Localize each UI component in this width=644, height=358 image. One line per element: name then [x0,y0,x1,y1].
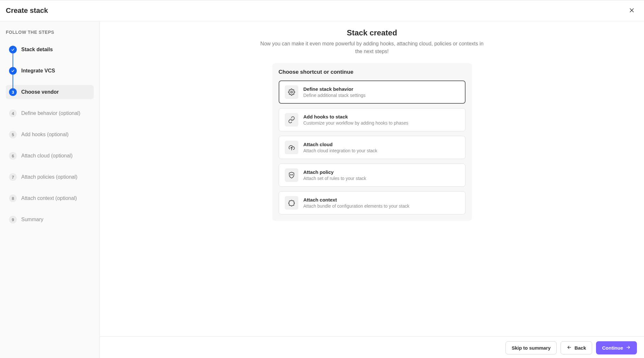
close-icon [629,7,635,14]
step-label: Stack details [21,46,53,53]
step-number-badge: 3 [9,88,17,96]
link-icon [285,113,298,127]
option-attach-cloud[interactable]: Attach cloud Attach cloud integration to… [279,136,466,159]
step-item-stack-details[interactable]: Stack details [6,42,94,57]
option-desc: Define additional stack settings [303,93,366,98]
step-label: Summary [21,216,43,223]
close-button[interactable] [627,5,637,16]
step-number-badge: 6 [9,152,17,160]
button-label: Back [574,345,586,351]
step-label: Attach context (optional) [21,194,77,202]
step-label: Choose vendor [21,88,59,96]
option-attach-context[interactable]: Attach context Attach bundle of configur… [279,191,466,214]
continue-button[interactable]: Continue [596,341,637,354]
step-item-add-hooks[interactable]: 5 Add hooks (optional) [6,127,94,142]
page-title: Create stack [6,6,48,15]
option-desc: Attach cloud integration to your stack [303,148,378,153]
step-number-badge: 8 [9,194,17,202]
main-area: Stack created Now you can make it even m… [100,21,644,358]
cloud-upload-icon [285,141,298,154]
svg-point-2 [291,91,293,93]
step-number-badge: 7 [9,173,17,181]
option-add-hooks[interactable]: Add hooks to stack Customize your workfl… [279,108,466,131]
shortcut-panel: Choose shortcut or continue Define stack… [272,63,472,221]
puzzle-icon [285,196,298,210]
step-item-attach-policies[interactable]: 7 Attach policies (optional) [6,170,94,184]
option-title: Define stack behavior [303,86,366,92]
page-header: Create stack [0,0,644,21]
option-desc: Attach bundle of configuration elements … [303,203,409,209]
main-subtitle: Now you can make it even more powerful b… [259,40,485,55]
step-item-attach-cloud[interactable]: 6 Attach cloud (optional) [6,149,94,163]
gear-icon [285,85,298,99]
option-title: Attach policy [303,169,366,175]
svg-point-4 [290,174,291,175]
panel-title: Choose shortcut or continue [279,69,466,75]
svg-point-5 [292,174,293,175]
main-title: Stack created [259,28,485,37]
button-label: Continue [602,345,623,351]
step-label: Attach cloud (optional) [21,152,72,159]
option-title: Attach cloud [303,142,378,147]
option-desc: Attach set of rules to your stack [303,176,366,181]
option-desc: Customize your workflow by adding hooks … [303,120,409,126]
step-label: Integrate VCS [21,67,55,74]
button-label: Skip to summary [512,345,551,351]
step-item-integrate-vcs[interactable]: Integrate VCS [6,64,94,78]
skip-to-summary-button[interactable]: Skip to summary [505,341,557,354]
sidebar-heading: FOLLOW THE STEPS [6,30,94,35]
step-number-badge: 4 [9,109,17,117]
step-number-badge: 5 [9,131,17,138]
steps-sidebar: FOLLOW THE STEPS Stack details Integrate… [0,21,100,358]
step-item-choose-vendor[interactable]: 3 Choose vendor [6,85,94,99]
step-label: Add hooks (optional) [21,131,69,138]
step-label: Define behavior (optional) [21,109,80,117]
check-icon [9,67,17,75]
back-button[interactable]: Back [561,341,592,354]
shield-robot-icon [285,168,298,182]
option-title: Add hooks to stack [303,114,409,119]
arrow-right-icon [626,345,631,351]
step-label: Attach policies (optional) [21,173,77,181]
step-item-attach-context[interactable]: 8 Attach context (optional) [6,191,94,205]
step-number-badge: 9 [9,216,17,223]
option-attach-policy[interactable]: Attach policy Attach set of rules to you… [279,164,466,187]
option-define-stack-behavior[interactable]: Define stack behavior Define additional … [279,80,466,104]
arrow-left-icon [567,345,572,351]
step-item-summary[interactable]: 9 Summary [6,212,94,227]
option-title: Attach context [303,197,409,203]
step-item-define-behavior[interactable]: 4 Define behavior (optional) [6,106,94,120]
check-icon [9,46,17,53]
footer-actions: Skip to summary Back Continue [100,336,644,358]
